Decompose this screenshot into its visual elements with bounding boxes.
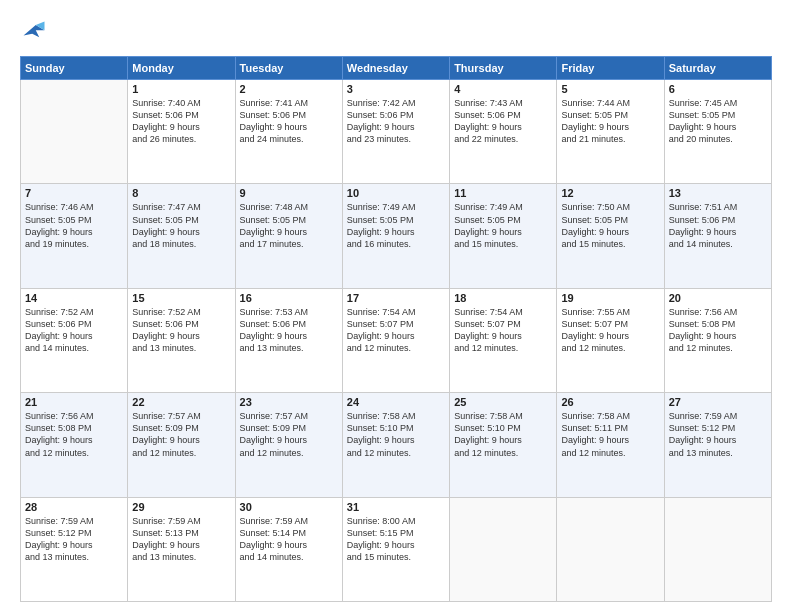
day-info: Sunrise: 7:59 AM Sunset: 5:14 PM Dayligh… — [240, 515, 338, 564]
day-info: Sunrise: 8:00 AM Sunset: 5:15 PM Dayligh… — [347, 515, 445, 564]
day-info: Sunrise: 7:56 AM Sunset: 5:08 PM Dayligh… — [25, 410, 123, 459]
day-number: 26 — [561, 396, 659, 408]
calendar-day-cell: 19Sunrise: 7:55 AM Sunset: 5:07 PM Dayli… — [557, 288, 664, 392]
day-number: 11 — [454, 187, 552, 199]
day-number: 25 — [454, 396, 552, 408]
day-number: 2 — [240, 83, 338, 95]
calendar-day-cell: 29Sunrise: 7:59 AM Sunset: 5:13 PM Dayli… — [128, 497, 235, 601]
day-number: 8 — [132, 187, 230, 199]
day-number: 30 — [240, 501, 338, 513]
day-number: 5 — [561, 83, 659, 95]
calendar-header-row: SundayMondayTuesdayWednesdayThursdayFrid… — [21, 57, 772, 80]
day-info: Sunrise: 7:49 AM Sunset: 5:05 PM Dayligh… — [347, 201, 445, 250]
day-info: Sunrise: 7:49 AM Sunset: 5:05 PM Dayligh… — [454, 201, 552, 250]
day-info: Sunrise: 7:53 AM Sunset: 5:06 PM Dayligh… — [240, 306, 338, 355]
calendar-day-cell: 26Sunrise: 7:58 AM Sunset: 5:11 PM Dayli… — [557, 393, 664, 497]
day-info: Sunrise: 7:50 AM Sunset: 5:05 PM Dayligh… — [561, 201, 659, 250]
day-info: Sunrise: 7:59 AM Sunset: 5:13 PM Dayligh… — [132, 515, 230, 564]
calendar-week-row: 7Sunrise: 7:46 AM Sunset: 5:05 PM Daylig… — [21, 184, 772, 288]
day-info: Sunrise: 7:41 AM Sunset: 5:06 PM Dayligh… — [240, 97, 338, 146]
calendar-day-cell: 2Sunrise: 7:41 AM Sunset: 5:06 PM Daylig… — [235, 80, 342, 184]
day-number: 31 — [347, 501, 445, 513]
day-info: Sunrise: 7:59 AM Sunset: 5:12 PM Dayligh… — [669, 410, 767, 459]
day-number: 16 — [240, 292, 338, 304]
calendar-day-cell: 15Sunrise: 7:52 AM Sunset: 5:06 PM Dayli… — [128, 288, 235, 392]
day-info: Sunrise: 7:54 AM Sunset: 5:07 PM Dayligh… — [454, 306, 552, 355]
weekday-header: Saturday — [664, 57, 771, 80]
calendar-day-cell: 28Sunrise: 7:59 AM Sunset: 5:12 PM Dayli… — [21, 497, 128, 601]
day-number: 27 — [669, 396, 767, 408]
weekday-header: Friday — [557, 57, 664, 80]
calendar-day-cell: 5Sunrise: 7:44 AM Sunset: 5:05 PM Daylig… — [557, 80, 664, 184]
weekday-header: Monday — [128, 57, 235, 80]
weekday-header: Tuesday — [235, 57, 342, 80]
day-number: 14 — [25, 292, 123, 304]
calendar-day-cell: 10Sunrise: 7:49 AM Sunset: 5:05 PM Dayli… — [342, 184, 449, 288]
day-number: 6 — [669, 83, 767, 95]
day-number: 29 — [132, 501, 230, 513]
calendar-day-cell: 9Sunrise: 7:48 AM Sunset: 5:05 PM Daylig… — [235, 184, 342, 288]
day-info: Sunrise: 7:58 AM Sunset: 5:10 PM Dayligh… — [347, 410, 445, 459]
calendar-week-row: 28Sunrise: 7:59 AM Sunset: 5:12 PM Dayli… — [21, 497, 772, 601]
day-info: Sunrise: 7:47 AM Sunset: 5:05 PM Dayligh… — [132, 201, 230, 250]
calendar-day-cell: 22Sunrise: 7:57 AM Sunset: 5:09 PM Dayli… — [128, 393, 235, 497]
calendar-day-cell — [664, 497, 771, 601]
day-info: Sunrise: 7:44 AM Sunset: 5:05 PM Dayligh… — [561, 97, 659, 146]
calendar-day-cell: 16Sunrise: 7:53 AM Sunset: 5:06 PM Dayli… — [235, 288, 342, 392]
calendar-day-cell: 27Sunrise: 7:59 AM Sunset: 5:12 PM Dayli… — [664, 393, 771, 497]
calendar-day-cell: 25Sunrise: 7:58 AM Sunset: 5:10 PM Dayli… — [450, 393, 557, 497]
day-number: 22 — [132, 396, 230, 408]
day-info: Sunrise: 7:59 AM Sunset: 5:12 PM Dayligh… — [25, 515, 123, 564]
day-info: Sunrise: 7:46 AM Sunset: 5:05 PM Dayligh… — [25, 201, 123, 250]
day-number: 13 — [669, 187, 767, 199]
day-number: 20 — [669, 292, 767, 304]
calendar-day-cell: 3Sunrise: 7:42 AM Sunset: 5:06 PM Daylig… — [342, 80, 449, 184]
calendar-day-cell: 6Sunrise: 7:45 AM Sunset: 5:05 PM Daylig… — [664, 80, 771, 184]
calendar-day-cell: 31Sunrise: 8:00 AM Sunset: 5:15 PM Dayli… — [342, 497, 449, 601]
calendar-day-cell: 14Sunrise: 7:52 AM Sunset: 5:06 PM Dayli… — [21, 288, 128, 392]
header — [20, 18, 772, 46]
day-info: Sunrise: 7:55 AM Sunset: 5:07 PM Dayligh… — [561, 306, 659, 355]
calendar-day-cell: 8Sunrise: 7:47 AM Sunset: 5:05 PM Daylig… — [128, 184, 235, 288]
calendar-day-cell: 13Sunrise: 7:51 AM Sunset: 5:06 PM Dayli… — [664, 184, 771, 288]
day-info: Sunrise: 7:45 AM Sunset: 5:05 PM Dayligh… — [669, 97, 767, 146]
day-number: 7 — [25, 187, 123, 199]
calendar-day-cell: 7Sunrise: 7:46 AM Sunset: 5:05 PM Daylig… — [21, 184, 128, 288]
calendar-day-cell: 17Sunrise: 7:54 AM Sunset: 5:07 PM Dayli… — [342, 288, 449, 392]
calendar-day-cell: 18Sunrise: 7:54 AM Sunset: 5:07 PM Dayli… — [450, 288, 557, 392]
calendar-day-cell: 23Sunrise: 7:57 AM Sunset: 5:09 PM Dayli… — [235, 393, 342, 497]
day-number: 15 — [132, 292, 230, 304]
calendar-day-cell: 11Sunrise: 7:49 AM Sunset: 5:05 PM Dayli… — [450, 184, 557, 288]
day-info: Sunrise: 7:43 AM Sunset: 5:06 PM Dayligh… — [454, 97, 552, 146]
day-info: Sunrise: 7:58 AM Sunset: 5:10 PM Dayligh… — [454, 410, 552, 459]
day-info: Sunrise: 7:52 AM Sunset: 5:06 PM Dayligh… — [132, 306, 230, 355]
calendar-week-row: 21Sunrise: 7:56 AM Sunset: 5:08 PM Dayli… — [21, 393, 772, 497]
calendar-day-cell: 24Sunrise: 7:58 AM Sunset: 5:10 PM Dayli… — [342, 393, 449, 497]
page: SundayMondayTuesdayWednesdayThursdayFrid… — [0, 0, 792, 612]
weekday-header: Sunday — [21, 57, 128, 80]
calendar-day-cell: 21Sunrise: 7:56 AM Sunset: 5:08 PM Dayli… — [21, 393, 128, 497]
day-info: Sunrise: 7:51 AM Sunset: 5:06 PM Dayligh… — [669, 201, 767, 250]
day-number: 4 — [454, 83, 552, 95]
calendar-day-cell: 20Sunrise: 7:56 AM Sunset: 5:08 PM Dayli… — [664, 288, 771, 392]
calendar-day-cell — [21, 80, 128, 184]
calendar-day-cell: 12Sunrise: 7:50 AM Sunset: 5:05 PM Dayli… — [557, 184, 664, 288]
calendar-week-row: 14Sunrise: 7:52 AM Sunset: 5:06 PM Dayli… — [21, 288, 772, 392]
day-info: Sunrise: 7:54 AM Sunset: 5:07 PM Dayligh… — [347, 306, 445, 355]
day-number: 1 — [132, 83, 230, 95]
calendar-day-cell — [557, 497, 664, 601]
day-number: 17 — [347, 292, 445, 304]
calendar-day-cell: 30Sunrise: 7:59 AM Sunset: 5:14 PM Dayli… — [235, 497, 342, 601]
day-info: Sunrise: 7:57 AM Sunset: 5:09 PM Dayligh… — [132, 410, 230, 459]
day-info: Sunrise: 7:52 AM Sunset: 5:06 PM Dayligh… — [25, 306, 123, 355]
calendar-day-cell: 4Sunrise: 7:43 AM Sunset: 5:06 PM Daylig… — [450, 80, 557, 184]
day-number: 24 — [347, 396, 445, 408]
day-number: 18 — [454, 292, 552, 304]
day-info: Sunrise: 7:58 AM Sunset: 5:11 PM Dayligh… — [561, 410, 659, 459]
day-number: 23 — [240, 396, 338, 408]
day-number: 3 — [347, 83, 445, 95]
day-number: 10 — [347, 187, 445, 199]
weekday-header: Thursday — [450, 57, 557, 80]
weekday-header: Wednesday — [342, 57, 449, 80]
day-info: Sunrise: 7:40 AM Sunset: 5:06 PM Dayligh… — [132, 97, 230, 146]
